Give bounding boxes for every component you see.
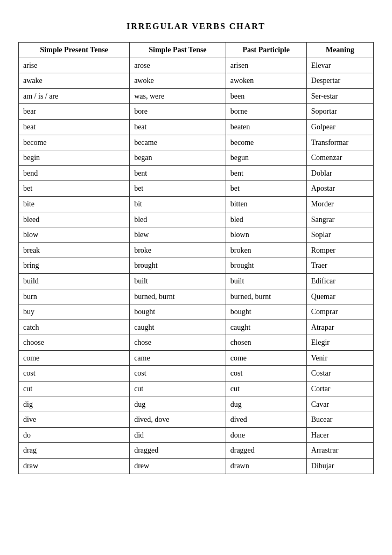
table-cell: buy xyxy=(19,304,130,320)
table-row: bleedbledbledSangrar xyxy=(19,212,374,227)
table-cell: bear xyxy=(19,104,130,120)
table-cell: Apostar xyxy=(306,181,373,197)
table-row: catchcaughtcaughtAtrapar xyxy=(19,320,374,335)
table-cell: brought xyxy=(130,258,226,274)
table-row: breakbrokebrokenRomper xyxy=(19,242,374,258)
table-row: divedived, dovedivedBucear xyxy=(19,412,374,428)
table-cell: Traer xyxy=(306,258,373,274)
table-cell: Cortar xyxy=(306,381,373,397)
table-cell: draw xyxy=(19,459,130,474)
table-cell: bend xyxy=(19,165,130,181)
table-cell: bought xyxy=(226,304,306,320)
table-row: dragdraggeddraggedArrastrar xyxy=(19,443,374,459)
table-cell: awoken xyxy=(226,73,306,89)
table-cell: Morder xyxy=(306,196,373,212)
table-row: arisearosearisenElevar xyxy=(19,58,374,73)
verbs-table: Simple Present Tense Simple Past Tense P… xyxy=(18,42,374,474)
table-cell: dived xyxy=(226,412,306,428)
table-row: choosechosechosenElegir xyxy=(19,335,374,351)
table-cell: beat xyxy=(130,119,226,135)
table-cell: beaten xyxy=(226,119,306,135)
table-cell: dug xyxy=(130,397,226,412)
table-row: awakeawokeawokenDespertar xyxy=(19,73,374,89)
table-cell: blown xyxy=(226,227,306,243)
table-cell: Doblar xyxy=(306,165,373,181)
table-cell: cost xyxy=(226,366,306,381)
table-cell: cut xyxy=(130,381,226,397)
table-row: costcostcostCostar xyxy=(19,366,374,381)
table-row: digdugdugCavar xyxy=(19,397,374,412)
table-row: beatbeatbeatenGolpear xyxy=(19,119,374,135)
table-cell: Comenzar xyxy=(306,150,373,166)
table-cell: cut xyxy=(226,381,306,397)
table-cell: Romper xyxy=(306,242,373,258)
table-cell: Golpear xyxy=(306,119,373,135)
table-cell: Soportar xyxy=(306,104,373,120)
table-cell: burned, burnt xyxy=(130,289,226,304)
table-cell: Elegir xyxy=(306,335,373,351)
table-cell: cut xyxy=(19,381,130,397)
table-cell: come xyxy=(226,350,306,366)
table-cell: chose xyxy=(130,335,226,351)
table-cell: bet xyxy=(226,181,306,197)
page-title: IRREGULAR VERBS CHART xyxy=(127,22,265,31)
table-cell: arisen xyxy=(226,58,306,73)
table-row: buildbuiltbuiltEdificar xyxy=(19,273,374,289)
table-cell: dragged xyxy=(130,443,226,459)
table-cell: Elevar xyxy=(306,58,373,73)
table-cell: bitten xyxy=(226,196,306,212)
table-cell: Despertar xyxy=(306,73,373,89)
table-cell: begin xyxy=(19,150,130,166)
table-cell: Quemar xyxy=(306,289,373,304)
table-cell: Dibujar xyxy=(306,459,373,474)
table-cell: come xyxy=(19,350,130,366)
table-cell: Ser-estar xyxy=(306,88,373,104)
header-meaning: Meaning xyxy=(306,43,373,58)
table-cell: am / is / are xyxy=(19,88,130,104)
table-cell: bit xyxy=(130,196,226,212)
table-cell: dragged xyxy=(226,443,306,459)
table-cell: Arrastrar xyxy=(306,443,373,459)
table-row: cutcutcutCortar xyxy=(19,381,374,397)
table-cell: blew xyxy=(130,227,226,243)
table-row: buyboughtboughtComprar xyxy=(19,304,374,320)
table-cell: bent xyxy=(226,165,306,181)
table-cell: bring xyxy=(19,258,130,274)
table-cell: Edificar xyxy=(306,273,373,289)
table-cell: dug xyxy=(226,397,306,412)
table-cell: Hacer xyxy=(306,427,373,443)
table-cell: borne xyxy=(226,104,306,120)
table-cell: bought xyxy=(130,304,226,320)
table-cell: cost xyxy=(130,366,226,381)
table-cell: cost xyxy=(19,366,130,381)
table-cell: built xyxy=(130,273,226,289)
table-cell: drawn xyxy=(226,459,306,474)
table-row: bringbroughtbroughtTraer xyxy=(19,258,374,274)
table-row: bitebitbittenMorder xyxy=(19,196,374,212)
table-cell: become xyxy=(226,135,306,150)
table-cell: Transformar xyxy=(306,135,373,150)
table-cell: built xyxy=(226,273,306,289)
table-cell: Atrapar xyxy=(306,320,373,335)
table-cell: began xyxy=(130,150,226,166)
header-past-participle: Past Participle xyxy=(226,43,306,58)
table-cell: catch xyxy=(19,320,130,335)
table-cell: burn xyxy=(19,289,130,304)
table-row: bendbentbentDoblar xyxy=(19,165,374,181)
table-cell: bite xyxy=(19,196,130,212)
table-cell: done xyxy=(226,427,306,443)
table-cell: was, were xyxy=(130,88,226,104)
table-cell: Costar xyxy=(306,366,373,381)
table-cell: bled xyxy=(226,212,306,227)
table-cell: dig xyxy=(19,397,130,412)
table-cell: dived, dove xyxy=(130,412,226,428)
table-cell: blow xyxy=(19,227,130,243)
table-cell: bled xyxy=(130,212,226,227)
table-row: comecamecomeVenir xyxy=(19,350,374,366)
table-row: beginbeganbegunComenzar xyxy=(19,150,374,166)
table-cell: Soplar xyxy=(306,227,373,243)
table-cell: broken xyxy=(226,242,306,258)
table-cell: drew xyxy=(130,459,226,474)
table-row: am / is / arewas, werebeenSer-estar xyxy=(19,88,374,104)
table-row: burnburned, burntburned, burntQuemar xyxy=(19,289,374,304)
